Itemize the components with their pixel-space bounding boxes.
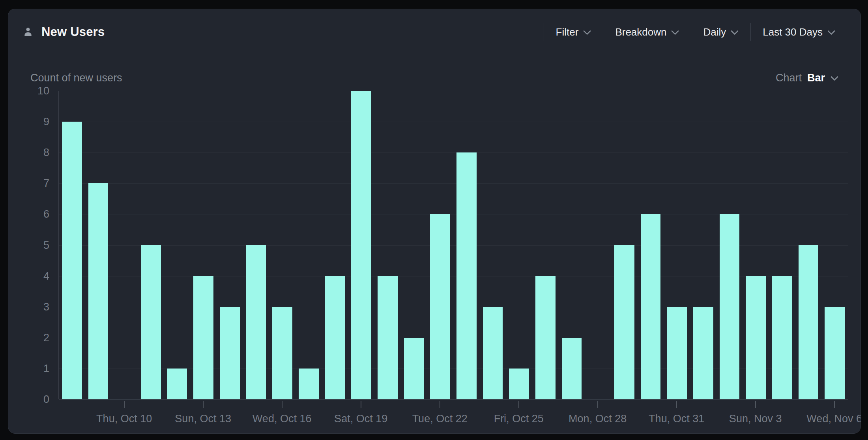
bar-Sat, Nov 2[interactable] <box>720 214 740 399</box>
bar-Fri, Oct 11[interactable] <box>141 245 161 400</box>
y-tick-label-7: 7 <box>43 177 49 190</box>
bar-slot-Mon, Oct 28 <box>585 91 611 399</box>
bar-Sun, Nov 3[interactable] <box>746 276 766 399</box>
bar-Fri, Oct 18[interactable] <box>325 276 345 399</box>
chevron-down-icon <box>731 30 739 35</box>
bar-slot-Mon, Oct 14 <box>217 91 243 399</box>
chart-subheader: Count of new users Chart Bar <box>30 65 838 90</box>
x-tick-label-Fri, Oct 25: Fri, Oct 25 <box>494 413 544 425</box>
bar-Sat, Oct 12[interactable] <box>167 369 187 399</box>
bar-slot-Tue, Nov 5 <box>795 91 822 399</box>
bar-slot-Wed, Oct 23 <box>453 91 480 399</box>
y-tick-label-4: 4 <box>43 270 49 282</box>
y-axis: 012345678910 <box>8 91 49 399</box>
x-tick-Mon, Oct 28 <box>597 401 598 408</box>
widget-controls: Filter Breakdown Daily Las <box>544 9 847 55</box>
bar-slot-Sat, Nov 2 <box>716 91 743 399</box>
y-tick-label-5: 5 <box>43 239 49 251</box>
bar-Wed, Oct 23[interactable] <box>456 152 477 399</box>
bar-slot-Sat, Oct 12 <box>164 91 191 399</box>
y-tick-label-6: 6 <box>43 208 49 220</box>
chevron-down-icon <box>583 30 591 35</box>
x-tick-label-Wed, Oct 16: Wed, Oct 16 <box>253 413 312 425</box>
bar-slot-Thu, Oct 10 <box>111 91 138 399</box>
widget-header: New Users Filter Breakdown Daily <box>8 9 861 55</box>
x-tick-label-Sun, Nov 3: Sun, Nov 3 <box>729 413 782 425</box>
y-tick-label-0: 0 <box>43 393 49 406</box>
x-tick-Thu, Oct 31 <box>676 401 677 408</box>
chevron-down-icon <box>827 30 835 35</box>
widget-title-group: New Users <box>22 25 105 39</box>
bar-Wed, Oct 16[interactable] <box>272 307 292 399</box>
bar-Sat, Oct 19[interactable] <box>351 91 371 399</box>
filter-dropdown-label: Filter <box>556 26 579 38</box>
chart-type-selector[interactable]: Chart Bar <box>776 72 838 84</box>
x-tick-Wed, Oct 16 <box>282 401 282 408</box>
x-tick-label-Tue, Oct 22: Tue, Oct 22 <box>412 413 468 425</box>
bar-slot-Wed, Oct 30 <box>638 91 664 399</box>
bar-Wed, Nov 6[interactable] <box>825 307 845 399</box>
bar-slot-Sat, Oct 19 <box>348 91 374 399</box>
date-range-dropdown-label: Last 30 Days <box>763 26 823 38</box>
breakdown-dropdown-label: Breakdown <box>615 26 666 38</box>
x-axis-ticks <box>58 399 847 409</box>
x-tick-label-Wed, Nov 6: Wed, Nov 6 <box>806 413 861 425</box>
breakdown-dropdown[interactable]: Breakdown <box>603 9 691 55</box>
x-tick-Sat, Oct 19 <box>361 401 361 408</box>
new-users-widget: New Users Filter Breakdown Daily <box>8 9 861 434</box>
x-tick-label-Thu, Oct 10: Thu, Oct 10 <box>96 413 152 425</box>
bar-slot-Sat, Oct 26 <box>532 91 559 399</box>
bar-slot-Thu, Oct 17 <box>296 91 322 399</box>
bar-Thu, Oct 24[interactable] <box>483 307 503 399</box>
bar-Mon, Oct 21[interactable] <box>404 338 424 399</box>
y-tick-label-10: 10 <box>37 85 49 97</box>
bar-Wed, Oct 30[interactable] <box>641 214 661 399</box>
bar-slot-Thu, Oct 31 <box>664 91 690 399</box>
bar-Tue, Nov 5[interactable] <box>799 245 819 400</box>
bar-slot-Fri, Oct 18 <box>322 91 348 399</box>
bar-slot-Fri, Oct 25 <box>506 91 532 399</box>
bar-Sat, Oct 26[interactable] <box>535 276 556 399</box>
x-tick-label-Mon, Oct 28: Mon, Oct 28 <box>569 413 627 425</box>
bar-slot-Tue, Oct 29 <box>611 91 638 399</box>
bar-slot-Wed, Nov 6 <box>821 91 848 399</box>
bar-Tue, Oct 29[interactable] <box>614 245 634 400</box>
chevron-down-icon <box>671 30 679 35</box>
bar-Sun, Oct 27[interactable] <box>562 338 582 399</box>
filter-dropdown[interactable]: Filter <box>544 9 603 55</box>
bar-Sun, Oct 20[interactable] <box>378 276 398 399</box>
y-tick-label-2: 2 <box>43 331 49 344</box>
x-tick-Thu, Oct 10 <box>124 401 125 408</box>
bar-Tue, Oct 15[interactable] <box>246 245 266 400</box>
bar-slot-Fri, Oct 11 <box>138 91 164 399</box>
x-tick-label-Sat, Oct 19: Sat, Oct 19 <box>334 413 387 425</box>
bar-Mon, Oct 14[interactable] <box>220 307 240 399</box>
bar-slot-Mon, Nov 4 <box>769 91 795 399</box>
bar-slot-Fri, Nov 1 <box>690 91 716 399</box>
bar-slot-Wed, Oct 16 <box>269 91 296 399</box>
x-tick-Sun, Nov 3 <box>755 401 756 408</box>
x-tick-Wed, Nov 6 <box>834 401 835 408</box>
y-tick-label-8: 8 <box>43 147 49 159</box>
bar-Thu, Oct 31[interactable] <box>667 307 687 399</box>
bar-Sun, Oct 13[interactable] <box>193 276 213 399</box>
bar-Fri, Nov 1[interactable] <box>693 307 713 399</box>
x-axis-labels: Thu, Oct 10Sun, Oct 13Wed, Oct 16Sat, Oc… <box>58 413 847 429</box>
bar-Fri, Oct 25[interactable] <box>509 369 529 399</box>
granularity-dropdown[interactable]: Daily <box>691 9 750 55</box>
metric-label: Count of new users <box>30 72 122 84</box>
date-range-dropdown[interactable]: Last 30 Days <box>751 9 847 55</box>
bar-Thu, Oct 17[interactable] <box>299 369 319 399</box>
bar-slot-Thu, Oct 24 <box>480 91 506 399</box>
granularity-dropdown-label: Daily <box>703 26 726 38</box>
bar-Tue, Oct 8[interactable] <box>62 122 82 399</box>
user-icon <box>22 26 34 38</box>
bar-slot-Sun, Nov 3 <box>743 91 769 399</box>
y-tick-label-1: 1 <box>43 362 49 374</box>
bar-slot-Mon, Oct 21 <box>401 91 427 399</box>
bar-Mon, Nov 4[interactable] <box>772 276 792 399</box>
dashboard-page: { "window": { "background": "#0A0B0D" },… <box>0 0 868 440</box>
bar-Tue, Oct 22[interactable] <box>430 214 450 399</box>
bar-Wed, Oct 9[interactable] <box>88 183 108 399</box>
bar-slot-Tue, Oct 8 <box>59 91 85 399</box>
